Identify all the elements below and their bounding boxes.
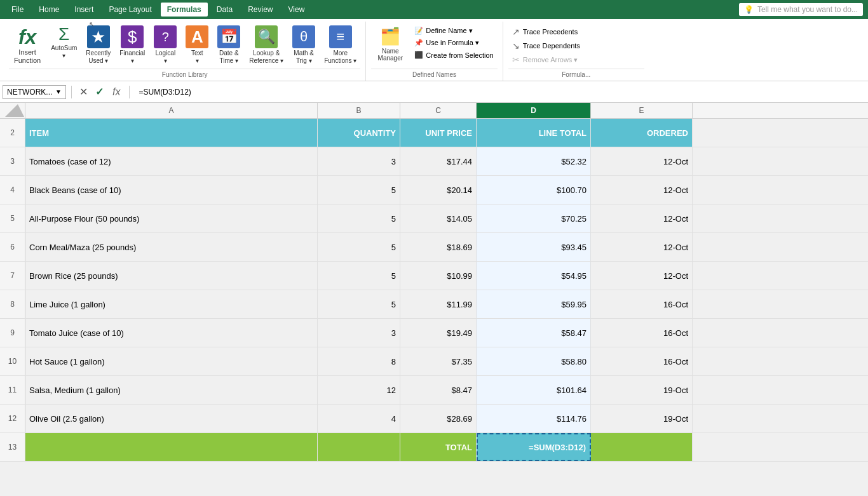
cell-c-5[interactable]: $14.05 bbox=[400, 204, 477, 232]
menu-home[interactable]: Home bbox=[32, 3, 65, 17]
cell-e-10[interactable]: 16-Oct bbox=[591, 347, 693, 375]
cell-c13[interactable]: TOTAL bbox=[400, 433, 477, 461]
trace-dependents-button[interactable]: ↘ Trace Dependents bbox=[508, 39, 584, 52]
menu-file[interactable]: File bbox=[5, 3, 30, 17]
remove-arrows-button[interactable]: ✂ Remove Arrows ▾ bbox=[508, 53, 582, 66]
logical-button[interactable]: ? Logical▾ bbox=[150, 23, 180, 67]
cell-d2[interactable]: LINE TOTAL bbox=[477, 119, 591, 147]
cell-b-11[interactable]: 12 bbox=[318, 376, 400, 404]
text-button[interactable]: A Text▾ bbox=[182, 23, 212, 67]
lookup-reference-button[interactable]: 🔍 Lookup &Reference ▾ bbox=[245, 23, 287, 67]
table-row: 3 Tomatoes (case of 12) 3 $17.44 $52.32 … bbox=[0, 147, 868, 176]
col-header-c[interactable]: C bbox=[400, 103, 477, 118]
name-manager-button[interactable]: 🗂️ NameManager bbox=[371, 23, 409, 65]
cell-a-11[interactable]: Salsa, Medium (1 gallon) bbox=[25, 376, 318, 404]
cancel-button[interactable]: ✕ bbox=[77, 84, 90, 99]
math-icon: θ bbox=[292, 25, 315, 48]
use-in-formula-button[interactable]: 📌 Use in Formula ▾ bbox=[410, 37, 497, 48]
cell-e-6[interactable]: 12-Oct bbox=[591, 233, 693, 261]
cell-d-10[interactable]: $58.80 bbox=[477, 347, 591, 375]
cell-a-6[interactable]: Corn Meal/Maza (25 pounds) bbox=[25, 233, 318, 261]
create-from-selection-button[interactable]: ⬛ Create from Selection bbox=[410, 50, 497, 60]
cell-b-9[interactable]: 3 bbox=[318, 319, 400, 347]
select-all-triangle[interactable] bbox=[0, 103, 25, 118]
cell-e-7[interactable]: 12-Oct bbox=[591, 262, 693, 290]
cell-b-4[interactable]: 5 bbox=[318, 176, 400, 204]
cell-d-6[interactable]: $93.45 bbox=[477, 233, 591, 261]
cell-a-10[interactable]: Hot Sauce (1 gallon) bbox=[25, 347, 318, 375]
cell-b-6[interactable]: 5 bbox=[318, 233, 400, 261]
cell-a-7[interactable]: Brown Rice (25 pounds) bbox=[25, 262, 318, 290]
cell-e-3[interactable]: 12-Oct bbox=[591, 147, 693, 175]
cell-b-7[interactable]: 5 bbox=[318, 262, 400, 290]
cell-d-5[interactable]: $70.25 bbox=[477, 204, 591, 232]
cell-c-3[interactable]: $17.44 bbox=[400, 147, 477, 175]
define-name-button[interactable]: 📝 Define Name ▾ bbox=[410, 25, 497, 36]
search-bar[interactable]: 💡 Tell me what you want to do... bbox=[739, 3, 863, 16]
cell-d-8[interactable]: $59.95 bbox=[477, 290, 591, 318]
date-time-button[interactable]: 📅 Date &Time ▾ bbox=[214, 23, 244, 67]
autosum-button[interactable]: Σ AutoSum▾ bbox=[47, 23, 81, 62]
cell-d-3[interactable]: $52.32 bbox=[477, 147, 591, 175]
cell-b-3[interactable]: 3 bbox=[318, 147, 400, 175]
trace-precedents-button[interactable]: ↗ Trace Precedents bbox=[508, 25, 581, 38]
col-header-e[interactable]: E bbox=[591, 103, 693, 118]
col-header-d[interactable]: D bbox=[477, 103, 591, 118]
cell-e2[interactable]: ORDERED bbox=[591, 119, 693, 147]
cell-c-7[interactable]: $10.99 bbox=[400, 262, 477, 290]
math-trig-button[interactable]: θ Math &Trig ▾ bbox=[288, 23, 319, 67]
cell-b-5[interactable]: 5 bbox=[318, 204, 400, 232]
cell-c2[interactable]: UNIT PRICE bbox=[400, 119, 477, 147]
financial-button[interactable]: $ Financial▾ bbox=[116, 23, 149, 67]
cell-b-12[interactable]: 4 bbox=[318, 405, 400, 432]
recently-used-button[interactable]: ★ RecentlyUsed ▾ bbox=[82, 23, 114, 67]
cell-c-8[interactable]: $11.99 bbox=[400, 290, 477, 318]
cell-d-4[interactable]: $100.70 bbox=[477, 176, 591, 204]
cell-d-12[interactable]: $114.76 bbox=[477, 405, 591, 432]
cell-c-4[interactable]: $20.14 bbox=[400, 176, 477, 204]
cell-d-9[interactable]: $58.47 bbox=[477, 319, 591, 347]
menu-review[interactable]: Review bbox=[241, 3, 279, 17]
cell-e-9[interactable]: 16-Oct bbox=[591, 319, 693, 347]
cell-e-11[interactable]: 19-Oct bbox=[591, 376, 693, 404]
cell-a-4[interactable]: Black Beans (case of 10) bbox=[25, 176, 318, 204]
cell-e-5[interactable]: 12-Oct bbox=[591, 204, 693, 232]
cell-a2[interactable]: ITEM bbox=[25, 119, 318, 147]
cell-a-9[interactable]: Tomato Juice (case of 10) bbox=[25, 319, 318, 347]
cell-c-11[interactable]: $8.47 bbox=[400, 376, 477, 404]
cell-b2[interactable]: QUANTITY bbox=[318, 119, 400, 147]
cell-a-5[interactable]: All-Purpose Flour (50 pounds) bbox=[25, 204, 318, 232]
cell-d13[interactable]: =SUM(D3:D12) bbox=[477, 433, 591, 461]
col-header-b[interactable]: B bbox=[318, 103, 400, 118]
menu-view[interactable]: View bbox=[282, 3, 311, 17]
function-library-label: Function Library bbox=[9, 69, 360, 81]
cell-b-8[interactable]: 5 bbox=[318, 290, 400, 318]
menu-page-layout[interactable]: Page Layout bbox=[102, 3, 158, 17]
cell-c-9[interactable]: $19.49 bbox=[400, 319, 477, 347]
cell-ref-dropdown-icon[interactable]: ▼ bbox=[55, 88, 62, 95]
col-header-a[interactable]: A bbox=[25, 103, 318, 118]
cell-b-10[interactable]: 8 bbox=[318, 347, 400, 375]
menu-formulas[interactable]: Formulas bbox=[161, 3, 208, 17]
insert-function-button[interactable]: fx InsertFunction bbox=[9, 23, 46, 69]
cell-a-12[interactable]: Olive Oil (2.5 gallon) bbox=[25, 405, 318, 432]
cell-d-7[interactable]: $54.95 bbox=[477, 262, 591, 290]
cell-b13[interactable] bbox=[318, 433, 400, 461]
confirm-button[interactable]: ✓ bbox=[93, 84, 106, 99]
menu-insert[interactable]: Insert bbox=[68, 3, 100, 17]
cell-reference-box[interactable]: NETWORK... ▼ bbox=[3, 85, 66, 99]
cell-d-11[interactable]: $101.64 bbox=[477, 376, 591, 404]
more-functions-button[interactable]: ≡ MoreFunctions ▾ bbox=[320, 23, 360, 67]
cell-e-12[interactable]: 19-Oct bbox=[591, 405, 693, 432]
formula-input[interactable] bbox=[135, 86, 865, 98]
cell-e-4[interactable]: 12-Oct bbox=[591, 176, 693, 204]
cell-c-12[interactable]: $28.69 bbox=[400, 405, 477, 432]
cell-e13[interactable] bbox=[591, 433, 693, 461]
cell-c-10[interactable]: $7.35 bbox=[400, 347, 477, 375]
cell-a13[interactable] bbox=[25, 433, 318, 461]
menu-data[interactable]: Data bbox=[210, 3, 239, 17]
cell-e-8[interactable]: 16-Oct bbox=[591, 290, 693, 318]
cell-c-6[interactable]: $18.69 bbox=[400, 233, 477, 261]
cell-a-3[interactable]: Tomatoes (case of 12) bbox=[25, 147, 318, 175]
cell-a-8[interactable]: Lime Juice (1 gallon) bbox=[25, 290, 318, 318]
